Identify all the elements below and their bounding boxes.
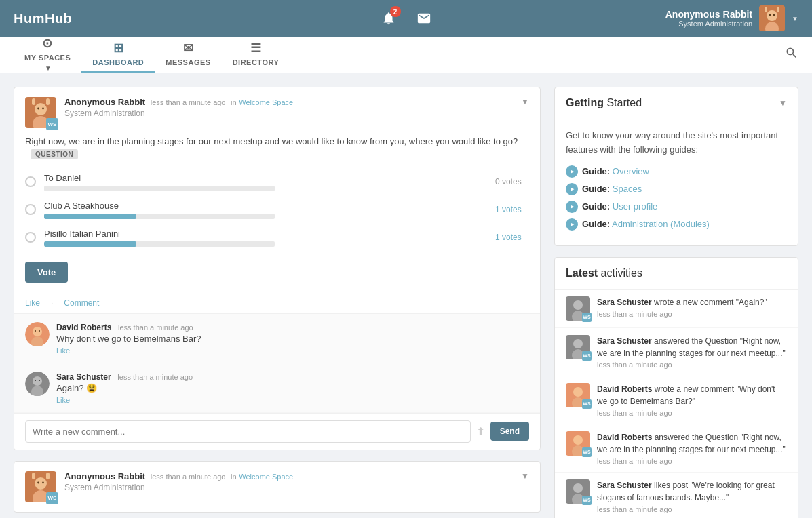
vote-section: Vote xyxy=(14,259,540,294)
attachment-icon[interactable]: ⬆ xyxy=(476,425,485,438)
svg-point-8 xyxy=(35,103,47,115)
post1-space[interactable]: Welcome Space xyxy=(239,98,293,106)
svg-point-23 xyxy=(39,379,40,380)
guide-item-0[interactable]: Guide: Overview xyxy=(566,165,787,178)
post1-body: Right now, we are in the planning stages… xyxy=(14,135,540,167)
activity-4-text: Sara Schuster likes post "We're looking … xyxy=(597,479,787,504)
comment-1-time: less than a minute ago xyxy=(117,373,193,381)
comment-0-like[interactable]: Like xyxy=(56,346,529,355)
guide-icon-2 xyxy=(566,201,578,213)
post1-text: Right now, we are in the planning stages… xyxy=(25,136,518,146)
svg-point-5 xyxy=(769,14,771,16)
post-card-2: WS Anonymous Rabbit less than a minute a… xyxy=(14,461,541,513)
guide-item-1[interactable]: Guide: Spaces xyxy=(566,183,787,195)
user-menu[interactable]: Anonymous Rabbit System Administration ▼ xyxy=(665,5,798,31)
latest-activities-header: Latest activities xyxy=(555,258,798,290)
poll-votes-0: 0 votes xyxy=(495,177,529,186)
poll-option-1-label: Club A Steakhouse xyxy=(44,201,487,211)
comment-input[interactable] xyxy=(25,420,471,443)
nav-my-spaces[interactable]: ⊙ MY SPACES ▼ xyxy=(14,37,81,73)
svg-point-15 xyxy=(33,327,42,336)
user-role: System Administration xyxy=(665,20,752,28)
activity-0-text: Sara Schuster wrote a new comment "Again… xyxy=(597,296,787,308)
activity-0: WS Sara Schuster wrote a new comment "Ag… xyxy=(555,290,798,328)
activity-3-body: David Roberts answered the Question "Rig… xyxy=(597,431,787,465)
svg-point-35 xyxy=(573,339,583,348)
comment-1-author: Sara Schuster xyxy=(56,372,111,382)
svg-point-12 xyxy=(37,108,39,110)
getting-started-title: Getting Started xyxy=(566,97,642,109)
post2-collapse[interactable]: ▼ xyxy=(521,471,529,481)
comment-input-area: ⬆ Send xyxy=(14,413,540,450)
svg-point-25 xyxy=(35,477,47,490)
activity-1-body: Sara Schuster answered the Question "Rig… xyxy=(597,335,787,369)
guide-label-1: Guide: Spaces xyxy=(582,184,642,194)
svg-point-18 xyxy=(39,330,40,331)
header-center-icons: 2 xyxy=(376,6,436,31)
guide-icon-0 xyxy=(566,165,578,178)
comment-1-avatar xyxy=(25,372,50,396)
nav-dashboard[interactable]: ⊞ DASHBOARD xyxy=(81,37,155,73)
poll-radio-2[interactable] xyxy=(25,232,36,243)
header: HumHub 2 Anonymous Rabbit System Adminis… xyxy=(0,0,812,37)
svg-rect-3 xyxy=(765,7,767,12)
nav-directory[interactable]: ☰ DIRECTORY xyxy=(222,37,290,73)
post2-author: Anonymous Rabbit xyxy=(64,471,145,481)
comment-0-avatar xyxy=(25,322,50,346)
post1-time: less than a minute ago xyxy=(151,98,226,106)
latest-activities-title: Latest activities xyxy=(566,267,642,279)
activity-0-body: Sara Schuster wrote a new comment "Again… xyxy=(597,296,787,318)
poll-radio-0[interactable] xyxy=(25,176,36,187)
messages-header-button[interactable] xyxy=(412,6,436,31)
svg-point-38 xyxy=(573,387,583,397)
comment-1-like[interactable]: Like xyxy=(56,396,529,404)
my-spaces-icon: ⊙ xyxy=(42,36,53,51)
vote-button[interactable]: Vote xyxy=(25,262,68,283)
svg-rect-11 xyxy=(46,98,50,105)
post1-collapse[interactable]: ▼ xyxy=(521,97,529,106)
guide-icon-3 xyxy=(566,218,578,231)
post2-header: WS Anonymous Rabbit less than a minute a… xyxy=(14,462,540,512)
nav-messages[interactable]: ✉ MESSAGES xyxy=(155,37,221,73)
search-button[interactable] xyxy=(785,46,798,63)
like-action[interactable]: Like xyxy=(25,298,40,308)
svg-point-41 xyxy=(573,435,583,445)
activity-0-time: less than a minute ago xyxy=(597,310,787,318)
svg-point-17 xyxy=(35,330,36,331)
main-nav: ⊙ MY SPACES ▼ ⊞ DASHBOARD ✉ MESSAGES ☰ D… xyxy=(0,37,812,73)
post2-subtitle: System Administration xyxy=(64,483,516,492)
activity-1-text: Sara Schuster answered the Question "Rig… xyxy=(597,335,787,359)
comment-action[interactable]: Comment xyxy=(64,298,99,308)
activity-4-time: less than a minute ago xyxy=(597,505,787,513)
getting-started-intro: Get to know your way around the site's m… xyxy=(566,129,787,157)
ws-badge: WS xyxy=(46,118,58,130)
svg-rect-27 xyxy=(32,473,35,479)
activity-2-text: David Roberts wrote a new comment "Why d… xyxy=(597,383,787,407)
svg-point-13 xyxy=(42,108,44,110)
poll-radio-1[interactable] xyxy=(25,204,36,215)
send-button[interactable]: Send xyxy=(490,422,529,441)
notification-badge: 2 xyxy=(390,6,401,17)
dashboard-icon: ⊞ xyxy=(113,41,124,56)
comment-0-author: David Roberts xyxy=(56,323,111,332)
activity-2-avatar: WS xyxy=(566,383,590,407)
question-badge: QUESTION xyxy=(31,149,78,159)
post2-space[interactable]: Welcome Space xyxy=(239,473,293,481)
svg-point-32 xyxy=(573,300,583,310)
getting-started-collapse[interactable]: ▼ xyxy=(779,98,787,108)
activity-2-body: David Roberts wrote a new comment "Why d… xyxy=(597,383,787,417)
guide-label-0: Guide: Overview xyxy=(582,166,649,176)
activity-0-avatar: WS xyxy=(566,296,590,321)
comment-0-text: Why don't we go to Bemelmans Bar? xyxy=(56,334,529,344)
guide-item-2[interactable]: Guide: User profile xyxy=(566,201,787,213)
poll-votes-1: 1 votes xyxy=(495,205,529,214)
notifications-button[interactable]: 2 xyxy=(376,6,401,31)
poll-votes-2: 1 votes xyxy=(495,233,529,242)
guide-item-3[interactable]: Guide: Administration (Modules) xyxy=(566,218,787,231)
activity-1: WS Sara Schuster answered the Question "… xyxy=(555,328,798,376)
comment-0: David Roberts less than a minute ago Why… xyxy=(14,314,540,363)
svg-rect-10 xyxy=(32,98,35,105)
getting-started-card: Getting Started ▼ Get to know your way a… xyxy=(554,87,798,246)
post1-header: WS Anonymous Rabbit less than a minute a… xyxy=(14,87,540,135)
comments-section: David Roberts less than a minute ago Why… xyxy=(14,313,540,450)
